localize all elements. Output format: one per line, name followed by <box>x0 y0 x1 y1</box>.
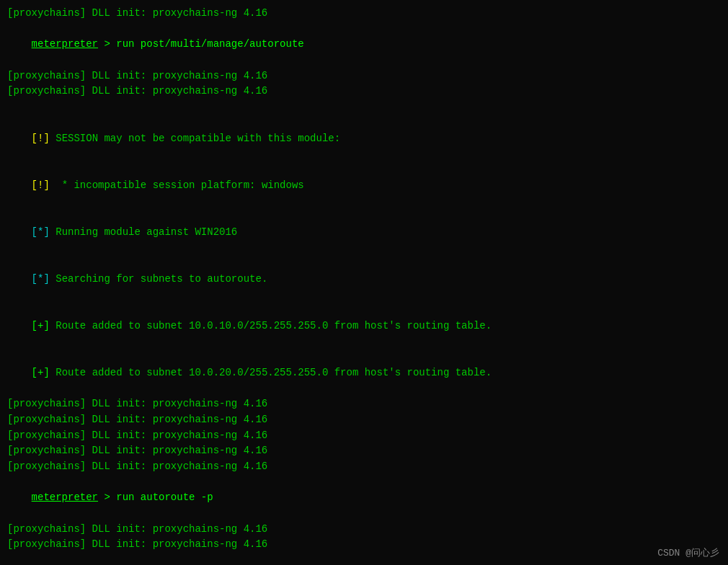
terminal-line: [proxychains] DLL init: proxychains-ng 4… <box>7 537 721 553</box>
success-bracket: [+] <box>32 367 50 378</box>
prompt-command-2: > run autoroute -p <box>98 491 213 503</box>
terminal-line: [proxychains] DLL init: proxychains-ng 4… <box>7 68 721 84</box>
empty-line <box>7 99 721 115</box>
info-bracket: [*] <box>32 273 50 285</box>
terminal-line: [proxychains] DLL init: proxychains-ng 4… <box>7 428 721 444</box>
prompt-meterpreter: meterpreter <box>32 38 98 50</box>
success-line: [+] Route added to subnet 10.0.20.0/255.… <box>7 350 721 396</box>
info-bracket: [*] <box>32 226 50 238</box>
terminal-line: [proxychains] DLL init: proxychains-ng 4… <box>7 443 721 459</box>
prompt-line-2: meterpreter > run autoroute -p <box>7 475 721 522</box>
success-line: [+] Route added to subnet 10.0.10.0/255.… <box>7 303 721 350</box>
empty-line <box>7 553 721 565</box>
prompt-line: meterpreter > run post/multi/manage/auto… <box>7 22 721 68</box>
info-line: [*] Searching for subnets to autoroute. <box>7 256 721 303</box>
terminal-line: [proxychains] DLL init: proxychains-ng 4… <box>7 396 721 412</box>
warning-bracket: [!] <box>32 133 50 144</box>
terminal-line: [proxychains] DLL init: proxychains-ng 4… <box>7 459 721 475</box>
info-text: Searching for subnets to autoroute. <box>50 273 267 285</box>
info-text: Running module against WIN2016 <box>50 226 237 238</box>
prompt-command: > run post/multi/manage/autoroute <box>98 38 304 50</box>
warning-line: [!] SESSION may not be compatible with t… <box>7 115 721 162</box>
success-text: Route added to subnet 10.0.10.0/255.255.… <box>50 320 492 332</box>
info-line: [*] Running module against WIN2016 <box>7 209 721 256</box>
success-bracket: [+] <box>32 320 50 332</box>
warning-text: SESSION may not be compatible with this … <box>50 133 340 144</box>
warning-line: [!] * incompatible session platform: win… <box>7 162 721 209</box>
success-text: Route added to subnet 10.0.20.0/255.255.… <box>50 367 492 378</box>
terminal-line: [proxychains] DLL init: proxychains-ng 4… <box>7 412 721 428</box>
terminal-line: [proxychains] DLL init: proxychains-ng 4… <box>7 6 721 22</box>
terminal: [proxychains] DLL init: proxychains-ng 4… <box>0 0 728 565</box>
watermark: CSDN @问心彡 <box>657 546 719 559</box>
terminal-line: [proxychains] DLL init: proxychains-ng 4… <box>7 522 721 538</box>
warning-bracket: [!] <box>32 179 50 191</box>
prompt-meterpreter-2: meterpreter <box>32 491 98 503</box>
terminal-line: [proxychains] DLL init: proxychains-ng 4… <box>7 84 721 99</box>
warning-text: * incompatible session platform: windows <box>50 179 304 191</box>
